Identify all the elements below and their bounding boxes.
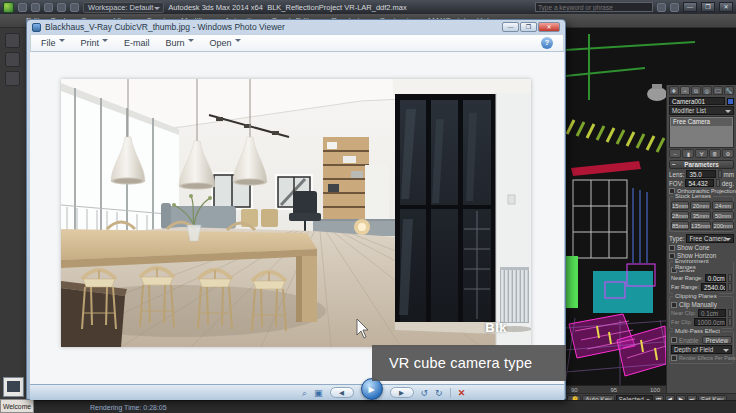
delete-icon[interactable]: ✕ [458, 386, 466, 400]
environment-ranges-group: Environment Ranges Show Near Range: 0.0c… [669, 261, 734, 294]
minimized-window-fragment[interactable] [3, 377, 24, 397]
lens-field[interactable]: 35.0 [686, 170, 715, 178]
near-range-spinner[interactable] [728, 274, 732, 282]
object-name-field[interactable]: Camera001 [669, 97, 725, 105]
rotate-right-icon[interactable]: ↻ [435, 386, 443, 400]
community-icon[interactable] [670, 3, 679, 12]
welcome-window-tab[interactable]: Welcome [0, 399, 34, 413]
lens-28mm-button[interactable]: 28mm [671, 211, 689, 220]
lens-spinner[interactable] [718, 170, 722, 178]
interior-render [61, 79, 531, 347]
lens-50mm-button[interactable]: 50mm [712, 211, 733, 220]
actual-size-icon[interactable]: ▣ [314, 386, 323, 400]
far-clip-label: Far Clip: [671, 319, 692, 325]
search-input[interactable] [535, 2, 653, 12]
viewer-menu-print[interactable]: Print [81, 38, 109, 48]
stack-item-free-camera[interactable]: Free Camera [671, 118, 732, 126]
viewer-menu-burn[interactable]: Burn [166, 38, 194, 48]
photo-viewer-icon [32, 23, 41, 32]
angle-snap-icon[interactable] [5, 52, 20, 67]
viewer-titlebar[interactable]: Blackhaus_V-Ray CubicVR_thumb.jpg - Wind… [27, 20, 565, 34]
near-clip-field[interactable]: 0.1cm [698, 309, 726, 317]
configure-modifier-sets-icon[interactable]: ⚙ [722, 149, 734, 158]
viewer-maximize-button[interactable]: ❐ [520, 22, 537, 32]
parameters-rollout[interactable]: −Parameters [669, 160, 734, 169]
far-clip-spinner[interactable] [728, 318, 732, 326]
command-panel-tabs: ✚ ⌁ ⧉ ◎ 🖵 🔧 [669, 86, 734, 95]
viewer-menu-email[interactable]: E-mail [124, 38, 150, 48]
redo-icon[interactable] [70, 3, 79, 12]
max-minimize-button[interactable]: — [683, 2, 697, 12]
workspace-selector[interactable]: Workspace: Default [83, 2, 164, 13]
viewer-menu-file[interactable]: File [41, 38, 65, 48]
near-range-field[interactable]: 0.0cm [705, 274, 726, 282]
fov-spinner[interactable] [716, 179, 720, 187]
multipass-effect-dropdown[interactable]: Depth of Field [671, 345, 732, 354]
zoom-icon[interactable]: ⌕ [302, 386, 307, 400]
multipass-enable-checkbox[interactable] [671, 337, 677, 343]
tab-create-icon[interactable]: ✚ [669, 86, 679, 95]
lens-15mm-button[interactable]: 15mm [671, 201, 689, 210]
far-range-field[interactable]: 2540.0cm [701, 283, 726, 291]
near-clip-label: Near Clip: [671, 310, 696, 316]
near-clip-spinner[interactable] [728, 309, 732, 317]
lens-35mm-button[interactable]: 35mm [690, 211, 711, 220]
wirecolor-swatch[interactable] [727, 98, 734, 105]
far-range-spinner[interactable] [728, 283, 732, 291]
lens-20mm-button[interactable]: 20mm [690, 201, 711, 210]
make-unique-icon[interactable]: ∀ [695, 149, 707, 158]
multipass-group: Multi-Pass Effect Enable Preview Depth o… [669, 331, 734, 364]
snap-toggle-icon[interactable] [5, 33, 20, 48]
chevron-down-icon [59, 39, 65, 45]
stock-lenses-group: Stock Lenses 15mm 20mm 24mm 28mm 35mm 50… [669, 196, 734, 232]
save-file-icon[interactable] [44, 3, 53, 12]
per-pass-label: Render Effects Per Pass [679, 355, 736, 361]
lens-135mm-button[interactable]: 135mm [690, 221, 711, 230]
rotate-left-icon[interactable]: ↺ [421, 386, 429, 400]
max-maximize-button[interactable]: ❐ [701, 2, 715, 12]
show-cone-checkbox[interactable] [669, 245, 675, 251]
clipping-planes-title: Clipping Planes [673, 293, 719, 299]
rendered-photo: Blk [61, 79, 531, 347]
new-scene-icon[interactable] [18, 3, 27, 12]
lens-85mm-button[interactable]: 85mm [671, 221, 689, 230]
fov-field[interactable]: 54.432 [685, 179, 713, 187]
clip-manually-checkbox[interactable] [671, 302, 677, 308]
pin-stack-icon[interactable]: – [669, 149, 681, 158]
percent-snap-icon[interactable] [5, 71, 20, 86]
teapot-object[interactable] [647, 87, 667, 101]
tab-motion-icon[interactable]: ◎ [702, 86, 712, 95]
viewer-menubar: File Print E-mail Burn Open ? [30, 34, 564, 52]
app-title: Autodesk 3ds Max 2014 x64 BLK_Reflection… [168, 3, 406, 12]
far-clip-field[interactable]: 1000.0cm [694, 318, 726, 326]
previous-button[interactable]: ◀ [330, 387, 354, 398]
viewer-menu-open[interactable]: Open [210, 38, 241, 48]
modifier-stack[interactable]: Free Camera [669, 116, 734, 148]
tab-utilities-icon[interactable]: 🔧 [724, 86, 734, 95]
preview-button[interactable]: Preview [702, 336, 732, 344]
open-file-icon[interactable] [31, 3, 40, 12]
viewer-close-button[interactable]: ✕ [538, 22, 560, 32]
modifier-list-dropdown[interactable]: Modifier List [669, 106, 734, 115]
viewer-minimize-button[interactable]: — [502, 22, 519, 32]
max-close-button[interactable]: ✕ [719, 2, 733, 12]
lens-24mm-button[interactable]: 24mm [712, 201, 733, 210]
help-search-icon[interactable] [657, 3, 666, 12]
clipping-planes-group: Clipping Planes Clip Manually Near Clip:… [669, 296, 734, 329]
help-icon[interactable]: ? [541, 37, 553, 49]
undo-icon[interactable] [57, 3, 66, 12]
per-pass-checkbox[interactable] [671, 355, 677, 361]
near-range-label: Near Range: [671, 275, 703, 281]
remove-modifier-icon[interactable]: 🗑 [709, 149, 721, 158]
lens-200mm-button[interactable]: 200mm [712, 221, 733, 230]
chevron-down-icon [235, 39, 241, 45]
camera-type-dropdown[interactable]: Free Camera [686, 234, 734, 243]
tab-modify-icon[interactable]: ⌁ [680, 86, 690, 95]
max-logo-icon[interactable] [3, 2, 14, 13]
tab-display-icon[interactable]: 🖵 [713, 86, 723, 95]
chevron-down-icon [102, 39, 108, 45]
show-end-result-icon[interactable]: ▮ [682, 149, 694, 158]
stack-toolbar: – ▮ ∀ 🗑 ⚙ [669, 149, 734, 158]
tab-hierarchy-icon[interactable]: ⧉ [691, 86, 701, 95]
next-button[interactable]: ▶ [390, 387, 414, 398]
